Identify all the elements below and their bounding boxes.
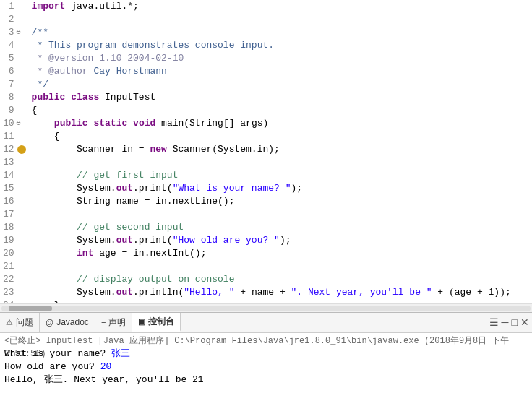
code-container[interactable]: 123⊖45678910⊖111213141516171819202122232… (0, 0, 532, 303)
line-number-7: 7 (3, 78, 25, 91)
code-line-19: System.out.print("How old are you? "); (32, 234, 529, 247)
console-prompt-text: How old are you? (4, 361, 100, 372)
code-token: out (116, 234, 133, 247)
code-token: ); (291, 182, 302, 195)
code-token: class (71, 91, 99, 104)
tab-icon-declaration: ≡ (101, 318, 106, 327)
code-token: out (116, 286, 133, 299)
code-token: out (116, 182, 133, 195)
code-line-2 (32, 13, 529, 26)
code-line-24: } (32, 299, 529, 303)
line-number-2: 2 (3, 13, 25, 26)
tab-icon-javadoc: @ (46, 318, 53, 327)
code-token: void (133, 117, 155, 130)
tab-bar: ⚠问题@Javadoc≡声明▣控制台☰─□✕ (0, 312, 532, 332)
line-number-10: 10⊖ (3, 117, 25, 130)
code-token: System. (32, 234, 116, 247)
code-token: InputTest (99, 91, 155, 104)
minimize-button[interactable]: ─ (502, 317, 509, 327)
console-output: <已终止> InputTest [Java 应用程序] C:\Program F… (0, 333, 532, 419)
code-token: .print( (133, 234, 173, 247)
line-number-22: 22 (3, 273, 25, 286)
console-answer-text: 20 (100, 361, 112, 372)
menu-button[interactable]: ☰ (489, 317, 499, 327)
code-token: int (77, 247, 93, 260)
code-token: * @author (32, 65, 94, 78)
close-button[interactable]: ✕ (520, 317, 529, 327)
code-token: public (54, 117, 88, 130)
code-token: System. (32, 182, 116, 195)
code-token: // display output on console (32, 273, 235, 286)
code-line-8: public class InputTest (32, 91, 529, 104)
tab-controls: ☰─□✕ (486, 313, 532, 332)
code-token: * @version 1.10 2004-02-10 (32, 52, 184, 65)
editor-scrollbar[interactable] (0, 303, 532, 312)
tab-console[interactable]: ▣控制台 (132, 313, 181, 332)
line-number-23: 23 (3, 286, 25, 299)
code-token: + (age + 1)); (432, 286, 511, 299)
editor-area: 123⊖45678910⊖111213141516171819202122232… (0, 0, 532, 312)
code-token (127, 117, 133, 130)
console-terminated-line: <已终止> InputTest [Java 应用程序] C:\Program F… (4, 334, 528, 347)
console-line-0: What is your name? 张三 (4, 347, 528, 360)
tab-label-console: 控制台 (148, 316, 174, 328)
line-number-11: 11 (3, 130, 25, 143)
code-line-18: // get second input (32, 221, 529, 234)
maximize-button[interactable]: □ (512, 317, 518, 327)
code-token: Scanner in = (32, 143, 150, 156)
line-number-6: 6 (3, 65, 25, 78)
code-token: } (32, 299, 60, 303)
code-token (32, 117, 54, 130)
code-token: age = in.nextInt(); (93, 247, 206, 260)
console-line-1: How old are you? 20 (4, 360, 528, 373)
code-line-20: int age = in.nextInt(); (32, 247, 529, 260)
line-number-16: 16 (3, 195, 25, 208)
code-token: Scanner(System.in); (167, 143, 280, 156)
code-token: */ (32, 78, 48, 91)
code-line-16: String name = in.nextLine(); (32, 195, 529, 208)
code-line-9: { (32, 104, 529, 117)
code-token: public (32, 91, 66, 104)
code-token: .println( (133, 286, 184, 299)
code-line-15: System.out.print("What is your name? "); (32, 182, 529, 195)
breakpoint-marker (17, 145, 26, 154)
line-number-14: 14 (3, 169, 25, 182)
tab-label-declaration: 声明 (108, 316, 126, 329)
code-token: + name + (234, 286, 291, 299)
code-line-3: /** (32, 26, 529, 39)
code-token: import (32, 0, 66, 13)
code-token: main(String[] args) (155, 117, 268, 130)
code-token: "What is your name? " (173, 182, 291, 195)
code-token: /** (32, 26, 48, 39)
code-token: // get second input (32, 221, 184, 234)
code-line-7: */ (32, 78, 529, 91)
code-content[interactable]: import java.util.*;/** * This program de… (29, 0, 532, 303)
fold-button-3[interactable]: ⊖ (16, 26, 22, 39)
code-token: // get first input (32, 169, 179, 182)
line-number-5: 5 (3, 52, 25, 65)
code-token: "Hello, " (184, 286, 234, 299)
scrollbar-thumb[interactable] (9, 306, 52, 311)
fold-button-10[interactable]: ⊖ (16, 117, 22, 130)
code-line-11: { (32, 130, 529, 143)
line-number-15: 15 (3, 182, 25, 195)
code-token: java.util.*; (65, 0, 138, 13)
code-token: ); (280, 234, 291, 247)
code-token: System. (32, 286, 116, 299)
line-number-18: 18 (3, 221, 25, 234)
scrollbar-track[interactable] (1, 306, 531, 311)
line-number-8: 8 (3, 91, 25, 104)
console-line-2: Hello, 张三. Next year, you'll be 21 (4, 373, 528, 386)
tab-label-problems: 问题 (16, 316, 33, 329)
line-number-9: 9 (3, 104, 25, 117)
code-token (32, 247, 77, 260)
tab-icon-problems: ⚠ (6, 318, 13, 327)
code-token: String name = in.nextLine(); (32, 195, 235, 208)
line-number-17: 17 (3, 208, 25, 221)
tab-javadoc[interactable]: @Javadoc (40, 313, 95, 332)
tab-spacer (181, 313, 486, 332)
line-number-21: 21 (3, 260, 25, 273)
tab-problems[interactable]: ⚠问题 (0, 313, 40, 332)
line-number-13: 13 (3, 156, 25, 169)
tab-declaration[interactable]: ≡声明 (95, 313, 132, 332)
